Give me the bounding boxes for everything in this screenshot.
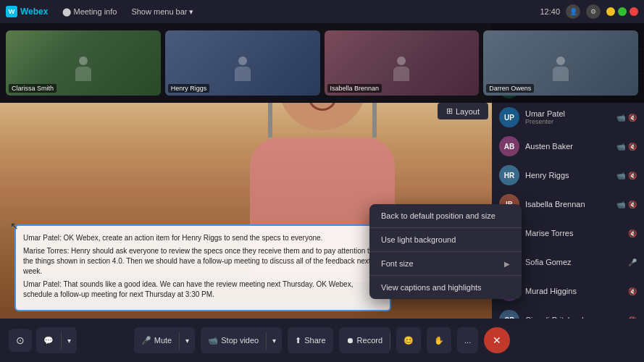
vp-face — [293, 103, 351, 111]
main-area: Clarissa Smith Henry Riggs Isabella Bren… — [0, 23, 644, 362]
mic-icon-3: 🔇 — [628, 172, 637, 180]
title-bar: W Webex ⬤ Meeting info Show menu bar ▾ 1… — [0, 0, 644, 23]
thumbnail-name-0: Clarissa Smith — [9, 84, 57, 93]
participant-icons-7: 🔇 — [628, 287, 637, 295]
caption-line-0: Umar Patel: OK Webex, create an action i… — [23, 233, 382, 243]
ctx-item-font-size[interactable]: Font size ▶ — [369, 252, 522, 275]
mute-main-button[interactable]: 🎤 Mute — [134, 332, 180, 350]
video-split: 📹 Stop video ▾ — [201, 327, 282, 353]
participant-info-6: Sofia Gomez — [525, 258, 622, 266]
settings-icon[interactable]: ⚙ — [586, 4, 601, 19]
participant-info-4: Isabella Brennan — [525, 200, 611, 209]
participant-icons-1: 📹🔇 — [616, 114, 637, 122]
caption-line-2: Umar Patel: That sounds like a good idea… — [23, 279, 382, 300]
ctx-item-view-captions[interactable]: View captions and highlights — [369, 276, 522, 299]
mic-icon-7: 🔇 — [628, 287, 637, 295]
end-call-button[interactable]: ✕ — [484, 327, 510, 353]
participant-icons-4: 📹🔇 — [616, 201, 637, 209]
participant-info-5: Marise Torres — [525, 229, 622, 237]
participant-avatar-1: UP — [499, 107, 519, 127]
thumbnail-1[interactable]: Henry Riggs — [165, 30, 320, 96]
mute-arrow-button[interactable]: ▾ — [180, 332, 195, 349]
layout-small-button[interactable]: ⊙ — [9, 329, 32, 352]
record-main-button[interactable]: ⏺ Record — [339, 332, 390, 349]
nav-meeting-info[interactable]: ⬤ Meeting info — [57, 6, 122, 18]
nav-show-menu[interactable]: Show menu bar ▾ — [125, 6, 199, 18]
font-size-arrow-icon: ▶ — [504, 260, 510, 268]
toolbar: ⊙ 💬 ▾ 🎤 Mute ▾ 📹 Stop video — [0, 319, 644, 362]
ctx-item-light-bg[interactable]: Use light background — [369, 228, 522, 251]
participant-name-7: Murad Higgins — [525, 287, 622, 295]
maximize-button[interactable] — [618, 7, 627, 16]
caption-arrow-button[interactable]: ▾ — [62, 332, 77, 349]
caption-icon: 💬 — [43, 336, 54, 345]
participant-info-3: Henry Riggs — [525, 171, 611, 180]
camera-icon: 📹 — [208, 336, 218, 345]
camera-icon-1: 📹 — [616, 114, 625, 122]
webex-icon: W — [6, 6, 17, 17]
participant-item-3[interactable]: HRHenry Riggs📹🔇 — [492, 161, 644, 190]
participant-item-2[interactable]: ABAusten Baker📹🔇 — [492, 132, 644, 161]
mic-icon-1: 🔇 — [628, 114, 637, 122]
emoji-button[interactable]: 😊 — [396, 327, 421, 353]
thumbnail-name-2: Isabella Brennan — [327, 84, 382, 93]
participant-info-2: Austen Baker — [525, 142, 611, 151]
camera-icon-4: 📹 — [616, 201, 625, 209]
more-options-button[interactable]: ... — [457, 327, 478, 353]
mic-icon-6: 🎤 — [628, 258, 637, 266]
ctx-item-default[interactable]: Back to default position and size — [369, 204, 522, 227]
vp-smile — [308, 103, 337, 111]
thumbnail-3[interactable]: Darren Owens — [483, 30, 638, 96]
minimize-button[interactable] — [606, 7, 615, 16]
end-call-icon: ✕ — [493, 334, 501, 346]
participant-name-1: Umar Patel — [525, 109, 611, 118]
captions-area: ↖ Umar Patel: OK Webex, create an action… — [14, 224, 391, 311]
caption-line-1: Marise Torres: Henry should ask everyone… — [23, 246, 382, 277]
layout-button[interactable]: ⊞ Layout — [438, 103, 488, 119]
video-arrow-button[interactable]: ▾ — [267, 332, 282, 349]
reactions-button[interactable]: ✋ — [427, 327, 451, 353]
toolbar-left: ⊙ 💬 ▾ — [9, 327, 77, 353]
nav-meeting-info-icon: ⬤ — [62, 7, 71, 17]
thumbnail-name-3: Darren Owens — [486, 84, 534, 93]
participant-avatar-3: HR — [499, 165, 519, 185]
thumbnail-0[interactable]: Clarissa Smith — [6, 30, 161, 96]
thumbnail-strip: Clarissa Smith Henry Riggs Isabella Bren… — [0, 23, 644, 103]
share-button[interactable]: ⬆ Share — [288, 327, 333, 353]
participant-icons-6: 🎤 — [628, 258, 637, 266]
participant-item-1[interactable]: UPUmar PatelPresenter📹🔇 — [492, 103, 644, 132]
video-main-button[interactable]: 📹 Stop video — [201, 332, 267, 350]
chevron-down-icon: ▾ — [189, 7, 193, 17]
camera-icon-2: 📹 — [616, 143, 625, 151]
app-logo: W Webex — [6, 6, 48, 17]
cursor-icon: ↖ — [10, 220, 19, 232]
microphone-icon: 🎤 — [141, 336, 151, 345]
mic-icon-4: 🔇 — [628, 201, 637, 209]
title-bar-left: W Webex ⬤ Meeting info Show menu bar ▾ — [6, 6, 199, 18]
thumbnail-2[interactable]: Isabella Brennan — [325, 30, 480, 96]
camera-icon-3: 📹 — [616, 172, 625, 180]
participant-name-4: Isabella Brennan — [525, 200, 611, 209]
layout-icon: ⊞ — [446, 106, 453, 116]
participant-info-7: Murad Higgins — [525, 287, 622, 295]
clock: 12:40 — [540, 7, 560, 16]
hand-icon: ✋ — [434, 336, 444, 345]
mic-icon-5: 🔇 — [628, 230, 637, 237]
emoji-icon: 😊 — [403, 336, 414, 345]
caption-main-button[interactable]: 💬 — [36, 332, 62, 350]
caption-toggle: 💬 ▾ — [36, 327, 77, 353]
participant-name-6: Sofia Gomez — [525, 258, 622, 266]
user-icon[interactable]: 👤 — [566, 4, 580, 19]
mute-split: 🎤 Mute ▾ — [134, 327, 195, 353]
mic-icon-2: 🔇 — [628, 143, 637, 151]
participant-role-1: Presenter — [525, 118, 611, 125]
thumbnail-name-1: Henry Riggs — [168, 84, 210, 93]
vp-head — [279, 103, 366, 130]
title-bar-right: 12:40 👤 ⚙ — [540, 4, 638, 19]
share-icon: ⬆ — [295, 336, 301, 345]
participant-icons-3: 📹🔇 — [616, 172, 637, 180]
close-button[interactable] — [630, 7, 638, 16]
window-controls — [606, 7, 638, 16]
record-split: ⏺ Record — [339, 327, 390, 353]
participant-info-1: Umar PatelPresenter — [525, 109, 611, 125]
